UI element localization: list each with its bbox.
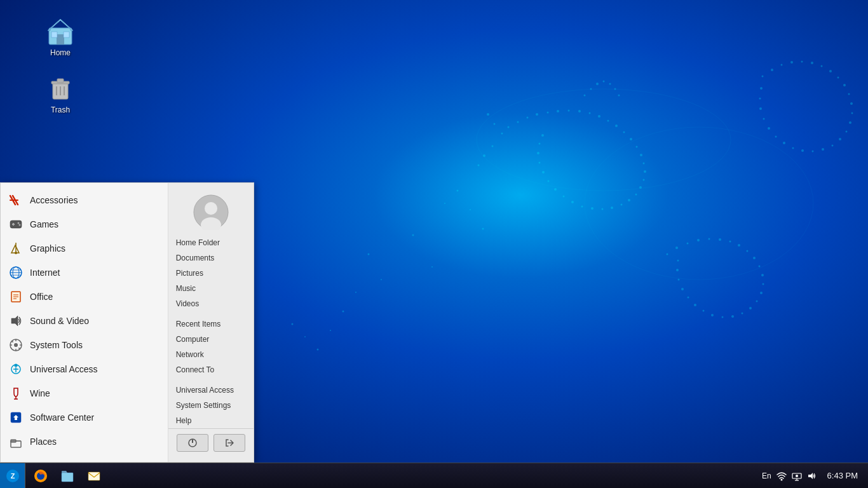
svg-point-99 bbox=[829, 70, 832, 72]
start-button[interactable]: Z bbox=[0, 463, 25, 489]
accessories-label: Accessories bbox=[30, 195, 78, 205]
svg-marker-150 bbox=[11, 316, 18, 326]
universal-access-icon bbox=[8, 362, 24, 377]
svg-point-81 bbox=[482, 228, 484, 230]
wine-label: Wine bbox=[30, 388, 50, 398]
taskbar-firefox[interactable] bbox=[28, 464, 53, 487]
menu-item-system-tools[interactable]: System Tools bbox=[1, 333, 168, 357]
svg-point-29 bbox=[571, 201, 574, 203]
svg-rect-124 bbox=[64, 32, 69, 37]
software-center-label: Software Center bbox=[30, 412, 94, 423]
menu-item-internet[interactable]: Internet bbox=[1, 261, 168, 285]
svg-point-170 bbox=[205, 202, 217, 215]
menu-right-system-settings[interactable]: System Settings bbox=[168, 398, 254, 413]
svg-point-34 bbox=[539, 162, 541, 164]
taskbar-mail[interactable] bbox=[81, 464, 107, 487]
menu-categories-panel: Accessories Games bbox=[1, 183, 168, 462]
svg-point-60 bbox=[753, 257, 756, 259]
svg-point-42 bbox=[609, 83, 611, 85]
svg-point-50 bbox=[478, 165, 480, 166]
svg-rect-179 bbox=[88, 472, 100, 480]
menu-item-wine[interactable]: Wine bbox=[1, 381, 168, 405]
menu-right-universal-access[interactable]: Universal Access bbox=[168, 383, 254, 398]
svg-point-83 bbox=[412, 234, 414, 236]
svg-rect-136 bbox=[12, 224, 15, 225]
separator-2 bbox=[168, 377, 254, 383]
svg-point-95 bbox=[790, 61, 793, 64]
svg-point-111 bbox=[801, 149, 804, 152]
language-label: En bbox=[762, 471, 771, 480]
svg-marker-185 bbox=[808, 473, 813, 479]
svg-point-105 bbox=[849, 121, 851, 124]
menu-item-sound-video[interactable]: Sound & Video bbox=[1, 309, 168, 333]
svg-point-112 bbox=[792, 147, 794, 149]
menu-item-software-center[interactable]: Software Center bbox=[1, 405, 168, 430]
graphics-label: Graphics bbox=[30, 243, 65, 254]
menu-item-games[interactable]: Games bbox=[1, 212, 168, 236]
menu-right-documents[interactable]: Documents bbox=[168, 250, 254, 266]
volume-icon bbox=[807, 471, 817, 481]
volume-tray-icon[interactable] bbox=[807, 471, 817, 481]
separator-1 bbox=[168, 311, 254, 316]
menu-item-graphics[interactable]: Graphics bbox=[1, 236, 168, 261]
logout-icon bbox=[224, 438, 234, 448]
svg-point-45 bbox=[501, 133, 503, 135]
software-center-icon bbox=[8, 410, 24, 425]
menu-right-pictures[interactable]: Pictures bbox=[168, 266, 254, 281]
menu-right-music[interactable]: Music bbox=[168, 281, 254, 296]
svg-point-97 bbox=[811, 62, 813, 64]
menu-item-universal-access[interactable]: Universal Access bbox=[1, 357, 168, 381]
svg-point-65 bbox=[756, 301, 758, 302]
wifi-icon bbox=[776, 471, 787, 481]
svg-point-24 bbox=[621, 204, 623, 206]
shutdown-button[interactable] bbox=[177, 434, 208, 452]
svg-point-2 bbox=[508, 126, 510, 128]
user-avatar-container bbox=[168, 188, 254, 235]
svg-point-94 bbox=[781, 64, 783, 66]
svg-point-15 bbox=[630, 138, 632, 140]
taskbar: Z bbox=[0, 463, 868, 488]
trash-desktop-icon[interactable]: Trash bbox=[35, 70, 86, 117]
accessories-icon bbox=[8, 193, 24, 208]
svg-point-11 bbox=[598, 115, 600, 118]
svg-point-71 bbox=[703, 310, 705, 312]
svg-point-180 bbox=[780, 478, 782, 480]
menu-right-recent-items[interactable]: Recent Items bbox=[168, 316, 254, 332]
shutdown-icon bbox=[187, 438, 198, 448]
taskbar-files[interactable] bbox=[55, 464, 80, 487]
network-tray-icon[interactable] bbox=[792, 471, 802, 481]
svg-point-93 bbox=[771, 69, 773, 71]
svg-point-7 bbox=[557, 110, 559, 112]
svg-point-80 bbox=[470, 209, 471, 210]
home-desktop-icon[interactable]: Home bbox=[35, 13, 86, 60]
svg-point-76 bbox=[676, 269, 679, 271]
wifi-tray-icon[interactable] bbox=[776, 471, 787, 481]
svg-point-117 bbox=[759, 107, 762, 110]
menu-item-office[interactable]: Office bbox=[1, 285, 168, 309]
svg-rect-123 bbox=[51, 32, 57, 37]
svg-point-78 bbox=[444, 203, 445, 204]
svg-line-157 bbox=[12, 341, 13, 342]
svg-point-79 bbox=[457, 190, 459, 192]
svg-point-64 bbox=[760, 292, 763, 294]
svg-point-26 bbox=[602, 208, 604, 210]
svg-point-101 bbox=[843, 84, 846, 86]
menu-right-videos[interactable]: Videos bbox=[168, 296, 254, 311]
menu-item-places[interactable]: Places bbox=[1, 430, 168, 454]
menu-right-computer[interactable]: Computer bbox=[168, 332, 254, 347]
svg-point-107 bbox=[839, 138, 841, 140]
menu-right-home-folder[interactable]: Home Folder bbox=[168, 235, 254, 250]
svg-point-54 bbox=[697, 239, 700, 241]
system-tools-icon bbox=[8, 337, 24, 353]
menu-right-connect-to[interactable]: Connect To bbox=[168, 362, 254, 377]
svg-point-89 bbox=[317, 349, 319, 351]
svg-point-138 bbox=[19, 224, 21, 226]
menu-right-network[interactable]: Network bbox=[168, 347, 254, 362]
tray-clock[interactable]: 6:43 PM bbox=[822, 471, 863, 480]
menu-right-help[interactable]: Help bbox=[168, 413, 254, 428]
svg-point-91 bbox=[292, 323, 294, 325]
menu-item-accessories[interactable]: Accessories bbox=[1, 188, 168, 212]
taskbar-apps bbox=[25, 464, 757, 487]
logout-button[interactable] bbox=[214, 434, 245, 452]
language-indicator[interactable]: En bbox=[762, 471, 771, 480]
